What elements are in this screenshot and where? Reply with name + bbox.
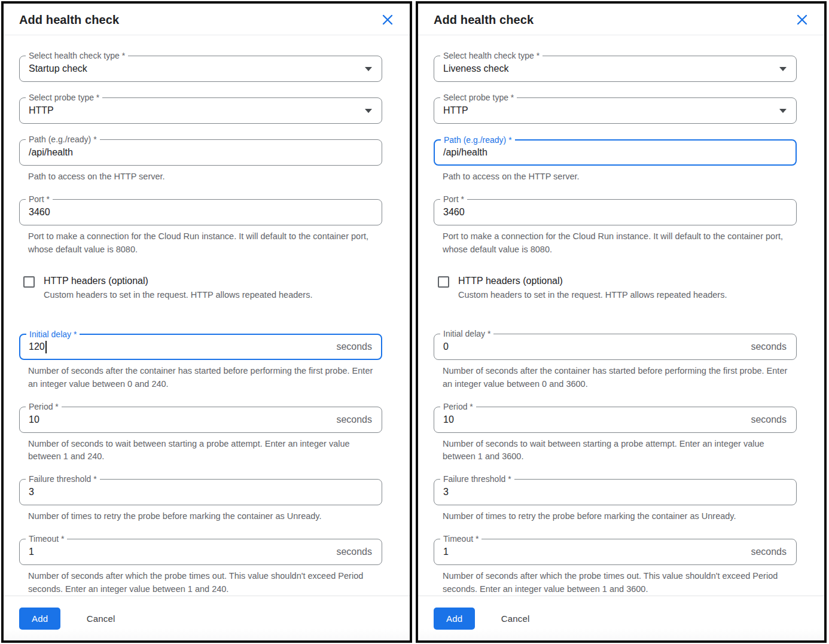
seconds-suffix: seconds: [336, 547, 372, 557]
failure-threshold-input[interactable]: Failure threshold * 3: [19, 479, 382, 505]
initial-delay-helper: Number of seconds after the container ha…: [443, 365, 797, 391]
path-input[interactable]: Path (e.g./ready) * /api/health: [434, 139, 797, 166]
http-headers-text: HTTP headers (optional) Custom headers t…: [458, 275, 727, 301]
dialog-title: Add health check: [19, 13, 119, 27]
probe-type-label: Select probe type *: [26, 92, 102, 103]
timeout-group: Timeout * 1 seconds Number of seconds af…: [434, 539, 797, 596]
probe-type-value: HTTP: [443, 105, 468, 116]
timeout-group: Timeout * 1 seconds Number of seconds af…: [19, 539, 382, 596]
health-check-type-select[interactable]: Select health check type * Startup check: [19, 56, 382, 82]
seconds-suffix: seconds: [751, 341, 787, 352]
port-input[interactable]: Port * 3460: [19, 199, 382, 225]
health-check-type-label: Select health check type *: [440, 50, 542, 62]
period-input[interactable]: Period * 10 seconds: [434, 407, 797, 433]
port-label: Port *: [26, 194, 53, 205]
timeout-label: Timeout *: [26, 533, 67, 545]
health-check-type-select[interactable]: Select health check type * Liveness chec…: [434, 56, 797, 82]
dropdown-arrow-icon[interactable]: [365, 67, 372, 71]
period-label: Period *: [440, 401, 476, 413]
health-check-type-group: Select health check type * Liveness chec…: [434, 56, 797, 82]
initial-delay-label: Initial delay *: [440, 328, 493, 340]
initial-delay-value: 0: [443, 341, 449, 352]
screenshot-root: Add health check Select health check typ…: [0, 0, 829, 644]
path-helper: Path to access on the HTTP server.: [28, 170, 382, 184]
add-button[interactable]: Add: [434, 608, 475, 630]
http-headers-label[interactable]: HTTP headers (optional): [458, 275, 727, 288]
path-input[interactable]: Path (e.g./ready) * /api/health: [19, 139, 382, 166]
probe-type-select[interactable]: Select probe type * HTTP: [434, 97, 797, 124]
timeout-value: 1: [29, 547, 34, 557]
failure-threshold-helper: Number of times to retry the probe befor…: [443, 510, 797, 523]
close-button[interactable]: [380, 12, 395, 28]
timeout-label: Timeout *: [440, 533, 481, 545]
dialog-header: Add health check: [418, 4, 824, 35]
port-value: 3460: [29, 207, 50, 218]
checkbox-unchecked-icon[interactable]: [23, 276, 35, 288]
seconds-suffix: seconds: [336, 414, 372, 425]
port-helper: Port to make a connection for the Cloud …: [28, 230, 382, 257]
health-check-type-group: Select health check type * Startup check: [19, 56, 382, 82]
port-label: Port *: [440, 194, 467, 205]
port-group: Port * 3460 Port to make a connection fo…: [434, 199, 797, 257]
seconds-suffix: seconds: [751, 414, 787, 425]
timeout-input[interactable]: Timeout * 1 seconds: [19, 539, 382, 565]
initial-delay-input[interactable]: Initial delay * 120 seconds: [19, 334, 382, 360]
path-group: Path (e.g./ready) * /api/health Path to …: [19, 139, 382, 184]
dropdown-arrow-icon[interactable]: [779, 109, 787, 113]
seconds-suffix: seconds: [336, 341, 372, 352]
port-input[interactable]: Port * 3460: [434, 199, 797, 225]
health-check-type-value: Startup check: [29, 63, 87, 74]
dropdown-arrow-icon[interactable]: [779, 67, 787, 71]
dialog-title: Add health check: [434, 13, 534, 27]
initial-delay-input[interactable]: Initial delay * 0 seconds: [434, 334, 797, 360]
add-health-check-dialog-startup: Add health check Select health check typ…: [1, 1, 412, 643]
health-check-type-label: Select health check type *: [26, 50, 128, 62]
cancel-button[interactable]: Cancel: [498, 608, 534, 630]
close-icon: [796, 14, 808, 26]
failure-threshold-helper: Number of times to retry the probe befor…: [28, 510, 382, 523]
probe-type-select[interactable]: Select probe type * HTTP: [19, 97, 382, 124]
period-helper: Number of seconds to wait between starti…: [443, 438, 797, 464]
initial-delay-value: 120: [29, 341, 45, 352]
timeout-input[interactable]: Timeout * 1 seconds: [434, 539, 797, 565]
path-label: Path (e.g./ready) *: [26, 134, 100, 145]
http-headers-checkbox-row[interactable]: HTTP headers (optional) Custom headers t…: [434, 275, 797, 301]
initial-delay-helper: Number of seconds after the container ha…: [28, 365, 382, 391]
timeout-helper: Number of seconds after which the probe …: [28, 570, 382, 596]
timeout-helper: Number of seconds after which the probe …: [443, 570, 797, 596]
period-input[interactable]: Period * 10 seconds: [19, 407, 382, 433]
seconds-suffix: seconds: [751, 547, 787, 557]
dropdown-arrow-icon[interactable]: [365, 109, 372, 113]
failure-threshold-value: 3: [29, 487, 34, 498]
dialog-header: Add health check: [4, 4, 410, 35]
checkbox-unchecked-icon[interactable]: [438, 276, 449, 288]
close-icon: [382, 14, 394, 26]
path-group: Path (e.g./ready) * /api/health Path to …: [434, 139, 797, 184]
add-button[interactable]: Add: [19, 608, 60, 630]
failure-threshold-group: Failure threshold * 3 Number of times to…: [19, 479, 382, 523]
port-group: Port * 3460 Port to make a connection fo…: [19, 199, 382, 257]
failure-threshold-input[interactable]: Failure threshold * 3: [434, 479, 797, 505]
probe-type-group: Select probe type * HTTP: [434, 97, 797, 124]
initial-delay-group: Initial delay * 0 seconds Number of seco…: [434, 334, 797, 391]
probe-type-group: Select probe type * HTTP: [19, 97, 382, 124]
cancel-button[interactable]: Cancel: [83, 608, 119, 630]
failure-threshold-group: Failure threshold * 3 Number of times to…: [434, 479, 797, 523]
period-group: Period * 10 seconds Number of seconds to…: [434, 407, 797, 464]
probe-type-value: HTTP: [29, 105, 54, 116]
add-health-check-dialog-liveness: Add health check Select health check typ…: [416, 1, 827, 643]
port-value: 3460: [443, 207, 465, 218]
failure-threshold-label: Failure threshold *: [26, 474, 100, 485]
http-headers-label[interactable]: HTTP headers (optional): [44, 275, 312, 288]
http-headers-text: HTTP headers (optional) Custom headers t…: [44, 275, 312, 301]
close-button[interactable]: [794, 12, 810, 28]
initial-delay-group: Initial delay * 120 seconds Number of se…: [19, 334, 382, 391]
http-headers-checkbox-row[interactable]: HTTP headers (optional) Custom headers t…: [19, 275, 382, 301]
path-label: Path (e.g./ready) *: [441, 135, 515, 146]
period-value: 10: [443, 414, 454, 425]
http-headers-helper: Custom headers to set in the request. HT…: [44, 289, 312, 301]
failure-threshold-value: 3: [443, 487, 449, 498]
dialog-body: Select health check type * Liveness chec…: [418, 35, 824, 596]
health-check-type-value: Liveness check: [443, 63, 508, 74]
path-value: /api/health: [443, 147, 487, 158]
